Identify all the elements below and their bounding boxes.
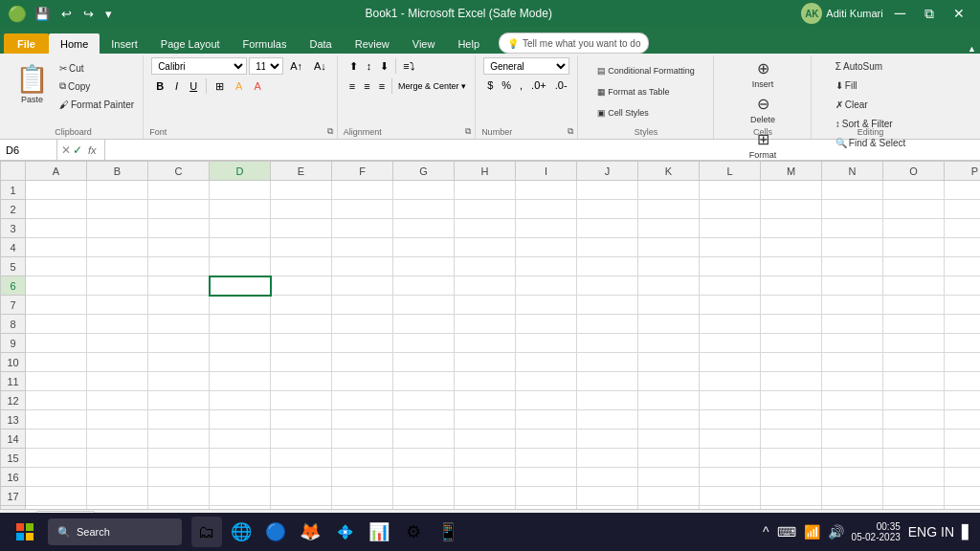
cell-P18[interactable]	[945, 506, 981, 510]
cell-I5[interactable]	[516, 257, 577, 276]
cell-O13[interactable]	[883, 410, 945, 430]
cell-P13[interactable]	[945, 410, 981, 430]
taskbar-firefox[interactable]: 🦊	[295, 517, 325, 547]
minimize-btn[interactable]: ─	[887, 3, 913, 24]
tab-formulas[interactable]: Formulas	[232, 33, 299, 54]
cell-H2[interactable]	[455, 200, 516, 219]
underline-button[interactable]: U	[185, 77, 202, 95]
cell-F16[interactable]	[332, 468, 393, 487]
cell-K16[interactable]	[638, 468, 700, 487]
cell-C18[interactable]	[148, 506, 210, 510]
taskbar-search[interactable]: 🔍 Search	[48, 518, 182, 545]
cell-N12[interactable]	[822, 391, 883, 410]
wrap-text-btn[interactable]: ≡⤵	[399, 57, 418, 75]
comma-btn[interactable]: ,	[516, 77, 526, 94]
cell-J12[interactable]	[577, 391, 638, 410]
cell-A12[interactable]	[26, 391, 87, 410]
cell-C4[interactable]	[148, 238, 210, 257]
row-num-1[interactable]: 1	[1, 181, 26, 200]
cell-N4[interactable]	[822, 238, 883, 257]
col-header-g[interactable]: G	[393, 162, 455, 181]
cancel-formula-btn[interactable]: ✕	[61, 143, 71, 157]
close-btn[interactable]: ✕	[946, 4, 972, 23]
delete-cell-btn[interactable]: ⊖ Delete	[745, 93, 781, 126]
cell-K17[interactable]	[638, 487, 700, 506]
cell-E10[interactable]	[271, 353, 332, 372]
cell-B11[interactable]	[87, 372, 148, 391]
cell-E13[interactable]	[271, 410, 332, 430]
cell-N2[interactable]	[822, 200, 883, 219]
grid-scroll-area[interactable]: ABCDEFGHIJKLMNOPQRSTUVW 1234567891011121…	[0, 161, 980, 509]
cell-D9[interactable]	[210, 334, 271, 353]
col-header-f[interactable]: F	[332, 162, 393, 181]
cell-B14[interactable]	[87, 430, 148, 449]
cell-L9[interactable]	[700, 334, 761, 353]
cell-C17[interactable]	[148, 487, 210, 506]
cell-C10[interactable]	[148, 353, 210, 372]
cell-P11[interactable]	[945, 372, 981, 391]
cell-B6[interactable]	[87, 276, 148, 296]
cell-O5[interactable]	[883, 257, 945, 276]
cell-B15[interactable]	[87, 449, 148, 468]
cell-E2[interactable]	[271, 200, 332, 219]
cell-O2[interactable]	[883, 200, 945, 219]
cell-I2[interactable]	[516, 200, 577, 219]
row-num-14[interactable]: 14	[1, 430, 26, 449]
cell-F12[interactable]	[332, 391, 393, 410]
row-num-5[interactable]: 5	[1, 257, 26, 276]
cell-D3[interactable]	[210, 219, 271, 238]
cell-B9[interactable]	[87, 334, 148, 353]
cell-K7[interactable]	[638, 296, 700, 315]
cell-E17[interactable]	[271, 487, 332, 506]
cell-O8[interactable]	[883, 315, 945, 334]
restore-btn[interactable]: ⧉	[917, 4, 942, 24]
cell-M5[interactable]	[761, 257, 822, 276]
cell-O6[interactable]	[883, 276, 945, 296]
cell-D17[interactable]	[210, 487, 271, 506]
cell-L15[interactable]	[700, 449, 761, 468]
cell-G17[interactable]	[393, 487, 455, 506]
cell-G10[interactable]	[393, 353, 455, 372]
cell-A16[interactable]	[26, 468, 87, 487]
cell-G6[interactable]	[393, 276, 455, 296]
cell-F15[interactable]	[332, 449, 393, 468]
cell-G11[interactable]	[393, 372, 455, 391]
cell-N8[interactable]	[822, 315, 883, 334]
cell-O14[interactable]	[883, 430, 945, 449]
tab-data[interactable]: Data	[298, 33, 343, 54]
insert-cell-btn[interactable]: ⊕ Insert	[746, 57, 780, 91]
cell-M6[interactable]	[761, 276, 822, 296]
cell-H16[interactable]	[455, 468, 516, 487]
cell-K13[interactable]	[638, 410, 700, 430]
cell-I16[interactable]	[516, 468, 577, 487]
cell-M18[interactable]	[761, 506, 822, 510]
cell-O1[interactable]	[883, 181, 945, 200]
cell-B8[interactable]	[87, 315, 148, 334]
cell-I15[interactable]	[516, 449, 577, 468]
cell-G4[interactable]	[393, 238, 455, 257]
cell-B13[interactable]	[87, 410, 148, 430]
cell-L10[interactable]	[700, 353, 761, 372]
cell-styles-btn[interactable]: ▣ Cell Styles	[594, 104, 652, 121]
cell-N3[interactable]	[822, 219, 883, 238]
cell-N10[interactable]	[822, 353, 883, 372]
start-btn[interactable]	[8, 515, 42, 549]
cell-A2[interactable]	[26, 200, 87, 219]
cell-J1[interactable]	[577, 181, 638, 200]
cell-A1[interactable]	[26, 181, 87, 200]
cell-D4[interactable]	[210, 238, 271, 257]
cell-D2[interactable]	[210, 200, 271, 219]
cell-K5[interactable]	[638, 257, 700, 276]
row-num-9[interactable]: 9	[1, 334, 26, 353]
cell-H10[interactable]	[455, 353, 516, 372]
taskbar-settings[interactable]: ⚙	[398, 517, 429, 547]
cell-K9[interactable]	[638, 334, 700, 353]
row-num-2[interactable]: 2	[1, 200, 26, 219]
cell-K10[interactable]	[638, 353, 700, 372]
cell-O3[interactable]	[883, 219, 945, 238]
cell-K11[interactable]	[638, 372, 700, 391]
cell-N1[interactable]	[822, 181, 883, 200]
cell-P4[interactable]	[945, 238, 981, 257]
cell-J10[interactable]	[577, 353, 638, 372]
autosum-btn[interactable]: Σ AutoSum	[833, 57, 885, 75]
